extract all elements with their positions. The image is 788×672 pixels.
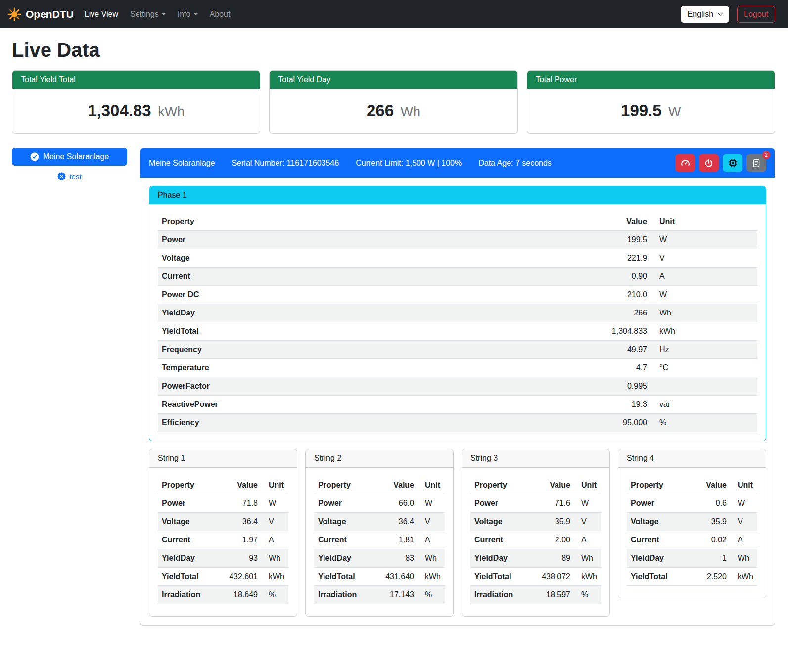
property-cell: YieldDay	[627, 549, 688, 568]
unit-header: Unit	[574, 476, 601, 494]
table-row: Efficiency95.000%	[158, 414, 757, 432]
property-cell: Irradiation	[158, 586, 219, 604]
inverter-select-button[interactable]: Meine Solaranlage	[12, 148, 127, 166]
table-row: YieldTotal438.072kWh	[470, 568, 601, 586]
table-row: YieldDay266Wh	[158, 304, 757, 322]
inverter-sidebar: Meine Solaranlage test	[12, 148, 127, 180]
brand-label: OpenDTU	[26, 8, 74, 20]
brand[interactable]: OpenDTU	[7, 7, 74, 22]
table-row: Power DC210.0W	[158, 286, 757, 304]
unit-cell: °C	[651, 359, 757, 377]
value-cell: 71.6	[532, 494, 574, 513]
inverter-select-label: Meine Solaranlage	[43, 152, 109, 161]
inverter-name: Meine Solaranlage	[149, 159, 215, 168]
chevron-down-icon	[162, 13, 166, 15]
property-header: Property	[314, 476, 375, 494]
value-cell: 0.02	[688, 531, 731, 549]
value-cell: 199.5	[587, 231, 651, 249]
table-row: Irradiation18.649%	[158, 586, 288, 604]
x-circle-icon	[57, 172, 66, 180]
value-cell: 0.90	[587, 268, 651, 286]
table-row: Power0.6W	[627, 494, 757, 513]
nav-about[interactable]: About	[210, 10, 231, 19]
sidebar-item-test[interactable]: test	[12, 172, 127, 180]
property-cell: Power	[158, 494, 219, 513]
property-cell: YieldTotal	[158, 322, 587, 341]
value-cell: 93	[219, 549, 262, 568]
event-log-button[interactable]: 2	[746, 154, 766, 172]
unit-cell: W	[418, 494, 445, 513]
value-cell: 89	[532, 549, 574, 568]
device-info-button[interactable]	[723, 154, 742, 172]
value-cell: 36.4	[219, 513, 262, 531]
value-header: Value	[532, 476, 574, 494]
value-cell: 35.9	[688, 513, 731, 531]
language-select[interactable]: English	[681, 6, 729, 23]
power-icon	[704, 159, 713, 168]
property-cell: YieldTotal	[627, 568, 688, 586]
nav-settings-label: Settings	[130, 10, 159, 19]
property-cell: Voltage	[314, 513, 375, 531]
value-cell: 95.000	[587, 414, 651, 432]
inverter-panel: Meine Solaranlage Serial Number: 1161716…	[140, 148, 775, 626]
value-cell: 2.00	[532, 531, 574, 549]
logout-button[interactable]: Logout	[737, 6, 775, 23]
unit-cell: Hz	[651, 341, 757, 359]
string-title: String 2	[306, 449, 453, 468]
unit-cell: Wh	[731, 549, 757, 568]
property-cell: Power	[158, 231, 587, 249]
table-row: Voltage221.9V	[158, 249, 757, 268]
unit-cell: kWh	[651, 322, 757, 341]
unit-cell: V	[651, 249, 757, 268]
string-table: Property Value Unit Power71.8WVoltage36.…	[158, 476, 288, 604]
table-row: YieldDay89Wh	[470, 549, 601, 568]
table-row: Current1.97A	[158, 531, 288, 549]
property-cell: Efficiency	[158, 414, 587, 432]
unit-header: Unit	[731, 476, 757, 494]
unit-cell: A	[418, 531, 445, 549]
property-header: Property	[158, 213, 587, 231]
table-row: Power199.5W	[158, 231, 757, 249]
unit-cell: %	[418, 586, 445, 604]
nav-info[interactable]: Info	[178, 10, 198, 19]
unit-header: Unit	[418, 476, 445, 494]
card-title: Total Power	[527, 71, 775, 89]
table-row: YieldTotal2.520kWh	[627, 568, 757, 586]
table-row: Power71.6W	[470, 494, 601, 513]
gauge-icon	[681, 158, 690, 168]
card-title: Total Yield Total	[12, 71, 260, 89]
property-cell: Power DC	[158, 286, 587, 304]
table-row: YieldDay1Wh	[627, 549, 757, 568]
unit-cell: W	[651, 231, 757, 249]
card-value: 199.5	[621, 101, 662, 120]
limit-settings-button[interactable]	[675, 154, 695, 172]
table-row: Frequency49.97Hz	[158, 341, 757, 359]
string-table: Property Value Unit Power66.0WVoltage36.…	[314, 476, 445, 604]
property-cell: PowerFactor	[158, 377, 587, 396]
table-row: Current0.90A	[158, 268, 757, 286]
table-header-row: Property Value Unit	[314, 476, 445, 494]
property-cell: YieldDay	[158, 304, 587, 322]
unit-header: Unit	[262, 476, 288, 494]
property-cell: Temperature	[158, 359, 587, 377]
string-card-2: String 2 Property Value Unit	[305, 449, 454, 617]
nav-settings[interactable]: Settings	[130, 10, 166, 19]
property-cell: Irradiation	[314, 586, 375, 604]
unit-header: Unit	[651, 213, 757, 231]
string-card-3: String 3 Property Value Unit	[462, 449, 610, 617]
check-circle-icon	[30, 152, 39, 161]
power-button[interactable]	[699, 154, 719, 172]
property-cell: Voltage	[158, 513, 219, 531]
unit-cell: A	[731, 531, 757, 549]
nav-live-view[interactable]: Live View	[85, 10, 118, 19]
total-power-card: Total Power 199.5 W	[527, 70, 775, 134]
value-header: Value	[375, 476, 418, 494]
value-cell: 266	[587, 304, 651, 322]
unit-cell: Wh	[651, 304, 757, 322]
table-header-row: Property Value Unit	[158, 476, 288, 494]
test-label: test	[69, 172, 81, 180]
navbar: OpenDTU Live View Settings Info About En…	[0, 0, 788, 28]
page-container: Live Data Total Yield Total 1,304.83 kWh…	[0, 28, 788, 640]
value-header: Value	[688, 476, 731, 494]
unit-cell: kWh	[262, 568, 288, 586]
